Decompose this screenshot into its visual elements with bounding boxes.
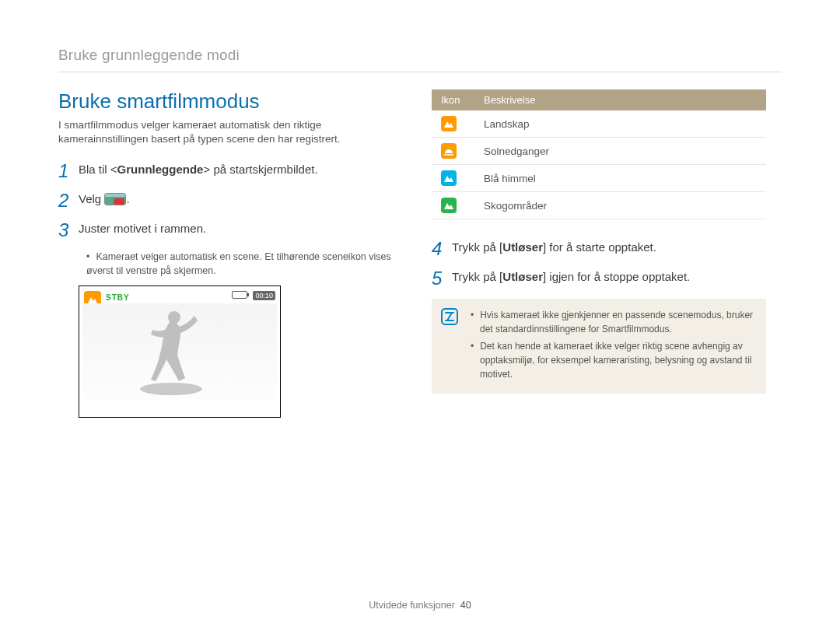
note-box: Hvis kameraet ikke gjenkjenner en passen… [432, 299, 766, 394]
svg-point-1 [140, 383, 202, 395]
step1-suffix: > på startskjermbildet. [203, 163, 317, 176]
breadcrumb: Bruke grunnleggende modi [58, 47, 782, 72]
icon-cell [432, 138, 474, 165]
step-text: Trykk på [Utløser] igjen for å stoppe op… [452, 269, 690, 285]
page-footer: Utvidede funksjoner 40 [0, 600, 840, 611]
svg-marker-3 [444, 121, 453, 128]
step5-prefix: Trykk på [ [452, 270, 502, 283]
step-5: 5 Trykk på [Utløser] igjen for å stoppe … [432, 269, 766, 288]
note-list: Hvis kameraet ikke gjenkjenner en passen… [471, 308, 755, 381]
step-1: 1 Bla til <Grunnleggende> på startskjerm… [58, 162, 393, 180]
step-text: Trykk på [Utløser] for å starte opptaket… [452, 240, 656, 255]
footer-section: Utvidede funksjoner [369, 600, 454, 611]
table-row: Skogområder [432, 192, 766, 219]
page-title: Bruke smartfilmmodus [58, 89, 393, 114]
step4-prefix: Trykk på [ [452, 240, 502, 254]
step-4: 4 Trykk på [Utløser] for å starte opptak… [432, 240, 766, 258]
step-number: 2 [58, 191, 71, 210]
step-number: 5 [432, 269, 444, 288]
table-row: Solnedganger [432, 138, 766, 165]
step4-bold: Utløser [502, 240, 543, 254]
smart-movie-mode-icon [104, 193, 126, 205]
step4-suffix: ] for å starte opptaket. [543, 240, 656, 254]
step-number: 4 [432, 240, 444, 258]
desc-cell: Landskap [474, 110, 766, 138]
svg-marker-6 [444, 203, 453, 209]
mountain-icon [441, 170, 457, 186]
icon-cell [432, 165, 474, 192]
svg-marker-5 [444, 176, 453, 182]
footer-page: 40 [460, 600, 471, 611]
step-text: Velg . [79, 191, 130, 207]
step1-prefix: Bla til < [79, 163, 117, 176]
note-item: Hvis kameraet ikke gjenkjenner en passen… [471, 308, 755, 336]
step-number: 1 [58, 162, 71, 180]
battery-icon [232, 291, 247, 299]
step-3-bullet: Kameraet velger automatisk en scene. Et … [86, 250, 393, 278]
step1-bold: Grunnleggende [117, 163, 204, 176]
step-3: 3 Juster motivet i rammen. [58, 221, 393, 240]
table-row: Blå himmel [432, 165, 766, 192]
note-item: Det kan hende at kameraet ikke velger ri… [471, 339, 755, 381]
dancer-silhouette [123, 305, 216, 398]
sunset-icon [441, 143, 457, 159]
rec-time: 00:10 [253, 291, 275, 300]
step5-suffix: ] igjen for å stoppe opptaket. [543, 270, 690, 283]
icon-cell [432, 192, 474, 219]
desc-cell: Solnedganger [474, 138, 766, 165]
stby-label: STBY [106, 293, 130, 302]
svg-marker-0 [88, 297, 97, 303]
step2-suffix: . [126, 192, 129, 205]
step-number: 3 [58, 221, 71, 240]
mountain-icon [441, 116, 457, 131]
th-desc: Beskrivelse [474, 89, 766, 110]
camera-preview: STBY 00:10 HD 30F 🎤 ☳ [79, 285, 281, 418]
step-2: 2 Velg . [58, 191, 393, 210]
mountain-icon [441, 198, 457, 213]
svg-point-2 [168, 311, 180, 324]
icon-cell [432, 110, 474, 138]
step-text: Bla til <Grunnleggende> på startskjermbi… [79, 162, 318, 177]
table-row: Landskap [432, 110, 766, 138]
step5-bold: Utløser [502, 270, 543, 283]
intro-text: I smartfilmmodus velger kameraet automat… [58, 118, 393, 146]
step2-prefix: Velg [79, 192, 104, 205]
step-text: Juster motivet i rammen. [79, 221, 206, 236]
desc-cell: Skogområder [474, 192, 766, 219]
desc-cell: Blå himmel [474, 165, 766, 192]
note-icon [441, 308, 458, 325]
scene-icon-table: Ikon Beskrivelse LandskapSolnedgangerBlå… [432, 89, 766, 219]
th-icon: Ikon [432, 89, 474, 110]
